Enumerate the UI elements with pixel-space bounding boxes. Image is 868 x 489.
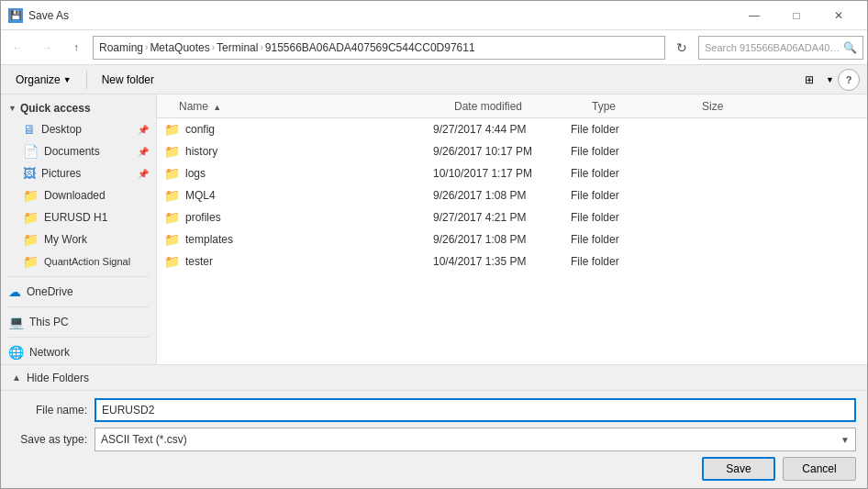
pin-icon-pictures: 📌 [138,169,149,179]
sidebar-item-pictures[interactable]: 🖼 Pictures 📌 [1,162,156,184]
new-folder-button[interactable]: New folder [95,69,161,91]
thispc-icon: 💻 [8,315,24,329]
sidebar-item-label-onedrive: OneDrive [27,285,73,298]
main-content: ▼ Quick access 🖥 Desktop 📌 📄 Documents 📌… [1,94,867,364]
address-bar: ← → ↑ Roaming › MetaQuotes › Terminal › … [1,30,867,65]
sidebar-item-label-downloaded: Downloaded [44,189,106,202]
sidebar-item-documents[interactable]: 📄 Documents 📌 [1,140,156,162]
view-chevron-icon: ▼ [826,75,834,84]
table-row[interactable]: 📁 history 9/26/2017 10:17 PM File folder [157,140,867,162]
savetype-label: Save as type: [12,433,95,446]
organize-button[interactable]: Organize ▼ [8,69,79,91]
file-type: File folder [571,189,681,202]
bottom-panel: File name: Save as type: ASCII Text (*.c… [1,390,867,488]
table-row[interactable]: 📁 profiles 9/27/2017 4:21 PM File folder [157,206,867,228]
sidebar-item-desktop[interactable]: 🖥 Desktop 📌 [1,118,156,140]
sort-icon: ▲ [213,103,221,112]
breadcrumb-metaquotes[interactable]: MetaQuotes [150,41,209,54]
eurusd-folder-icon: 📁 [23,210,39,225]
sidebar-section-quick-access: ▼ Quick access 🖥 Desktop 📌 📄 Documents 📌… [1,98,156,272]
search-box[interactable]: Search 915566BA06ADA40756... 🔍 [698,36,863,60]
file-date: 9/26/2017 10:17 PM [433,145,571,158]
table-row[interactable]: 📁 logs 10/10/2017 1:17 PM File folder [157,162,867,184]
folder-icon: 📁 [164,166,180,181]
breadcrumb-terminal[interactable]: Terminal [217,41,258,54]
minimize-button[interactable]: — [733,1,775,30]
file-name: templates [185,233,433,246]
sidebar: ▼ Quick access 🖥 Desktop 📌 📄 Documents 📌… [1,94,157,364]
file-date: 10/10/2017 1:17 PM [433,167,571,180]
organize-label: Organize [16,73,61,86]
column-header-name[interactable]: Name ▲ [179,100,454,113]
sidebar-divider-2 [8,306,149,307]
back-button[interactable]: ← [5,35,30,61]
toolbar: Organize ▼ New folder ⊞ ▼ ? [1,65,867,94]
mywork-folder-icon: 📁 [23,232,39,247]
sidebar-item-thispc[interactable]: 💻 This PC [1,311,156,333]
toolbar-separator [86,71,87,89]
file-list: Name ▲ Date modified Type Size 📁 config … [157,94,867,364]
toolbar-right: ⊞ ▼ ? [796,69,860,91]
file-name: MQL4 [185,189,433,202]
file-name: history [185,145,433,158]
table-row[interactable]: 📁 MQL4 9/26/2017 1:08 PM File folder [157,184,867,206]
cancel-button[interactable]: Cancel [783,457,856,481]
forward-button[interactable]: → [34,35,60,61]
folder-icon: 📁 [164,232,180,247]
table-row[interactable]: 📁 tester 10/4/2017 1:35 PM File folder [157,250,867,272]
column-header-size[interactable]: Size [702,100,775,113]
pin-icon-documents: 📌 [138,147,149,157]
table-row[interactable]: 📁 templates 9/26/2017 1:08 PM File folde… [157,228,867,250]
breadcrumb-roaming[interactable]: Roaming [99,41,143,54]
pin-icon-desktop: 📌 [138,125,149,135]
file-name: profiles [185,211,433,224]
help-button[interactable]: ? [838,69,860,91]
folder-icon: 📁 [164,188,180,203]
breadcrumb-chevron-3: › [260,42,262,52]
folder-icon: 📁 [164,254,180,269]
save-button[interactable]: Save [702,457,775,481]
button-row: Save Cancel [12,457,856,481]
downloaded-folder-icon: 📁 [23,188,39,203]
savetype-row: Save as type: ASCII Text (*.csv) ▼ [12,428,856,451]
search-icon: 🔍 [843,41,857,54]
sidebar-item-eurusd[interactable]: 📁 EURUSD H1 [1,206,156,228]
maximize-button[interactable]: □ [775,1,818,30]
savetype-select[interactable]: ASCII Text (*.csv) ▼ [95,428,856,451]
sidebar-item-label-mywork: My Work [44,233,87,246]
column-header-type[interactable]: Type [592,100,702,113]
network-icon: 🌐 [8,345,24,360]
file-type: File folder [571,123,681,136]
sidebar-item-mywork[interactable]: 📁 My Work [1,228,156,250]
quick-access-chevron-icon: ▼ [8,104,17,113]
view-button[interactable]: ⊞ [796,69,822,91]
save-as-dialog: 💾 Save As — □ ✕ ← → ↑ Roaming › MetaQuot… [0,0,868,489]
hide-folders-chevron-icon: ▲ [12,372,21,383]
breadcrumb-id[interactable]: 915566BA06ADA407569C544CC0D97611 [265,41,475,54]
window-icon: 💾 [8,8,23,23]
breadcrumb-bar[interactable]: Roaming › MetaQuotes › Terminal › 915566… [93,36,665,60]
file-type: File folder [571,211,681,224]
refresh-button[interactable]: ↻ [669,35,695,61]
column-header-date[interactable]: Date modified [454,100,592,113]
sidebar-item-quantaction[interactable]: 📁 QuantAction Signal [1,250,156,272]
sidebar-quick-access-header[interactable]: ▼ Quick access [1,98,156,118]
file-list-header: Name ▲ Date modified Type Size [157,94,867,118]
close-button[interactable]: ✕ [818,1,860,30]
file-type: File folder [571,255,681,268]
sidebar-item-network[interactable]: 🌐 Network [1,341,156,363]
up-button[interactable]: ↑ [63,35,89,61]
file-date: 9/27/2017 4:44 PM [433,123,571,136]
filename-input[interactable] [95,398,856,422]
filename-row: File name: [12,398,856,422]
sidebar-divider-3 [8,337,149,338]
sidebar-item-label-network: Network [29,346,70,359]
table-row[interactable]: 📁 config 9/27/2017 4:44 PM File folder [157,118,867,140]
sidebar-item-label-documents: Documents [44,145,100,158]
sidebar-item-downloaded[interactable]: 📁 Downloaded [1,184,156,206]
file-name: tester [185,255,433,268]
hide-folders-bar[interactable]: ▲ Hide Folders [1,364,867,390]
file-name: config [185,123,433,136]
sidebar-item-onedrive[interactable]: ☁ OneDrive [1,281,156,303]
sidebar-item-label-thispc: This PC [29,316,69,328]
